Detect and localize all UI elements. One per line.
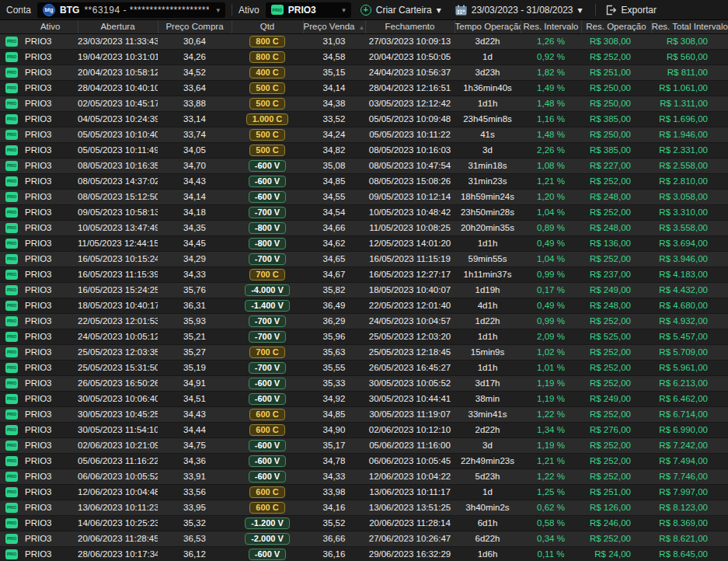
qty-side-badge: -700 V <box>249 331 286 343</box>
cell-preco-compra: 34,43 <box>158 173 232 189</box>
cell-res-operacao: R$ 252,00 <box>581 453 651 469</box>
cell-res-intervalo: 1,49 % <box>521 80 581 96</box>
prio-asset-icon: PRIO <box>5 332 18 342</box>
cell-ativo: PRIO3 <box>23 220 78 235</box>
cell-res-total-intervalo: R$ 3.558,00 <box>651 220 728 235</box>
trade-row[interactable]: PRIO PRIO3 16/05/2023 10:15:24 34,29 -70… <box>0 251 728 267</box>
column-header-qtd[interactable]: Qtd <box>232 20 303 33</box>
trade-row[interactable]: PRIO PRIO3 04/05/2023 10:24:39 33,14 1.0… <box>0 111 728 127</box>
cell-res-operacao: R$ 385,00 <box>581 111 651 127</box>
calendar-icon <box>455 5 467 16</box>
trade-row[interactable]: PRIO PRIO3 28/06/2023 10:17:34 36,12 -60… <box>0 546 728 561</box>
cell-qtd: -700 V <box>232 204 303 220</box>
column-header-res-total-intervalo[interactable]: Res. Total Intervalo <box>651 20 728 33</box>
cell-qtd: 500 C <box>232 142 303 158</box>
trade-row[interactable]: PRIO PRIO3 26/05/2023 16:50:26 34,91 -60… <box>0 375 728 391</box>
cell-abertura: 16/05/2023 15:24:25 <box>78 282 158 298</box>
column-header-abertura[interactable]: Abertura <box>78 20 158 33</box>
trade-row[interactable]: PRIO PRIO3 08/05/2023 14:37:02 34,43 -60… <box>0 173 728 189</box>
trade-row[interactable]: PRIO PRIO3 25/05/2023 15:31:50 35,19 -70… <box>0 360 728 375</box>
exportar-button[interactable]: Exportar <box>605 5 657 16</box>
trade-row[interactable]: PRIO PRIO3 25/05/2023 12:03:35 35,27 700… <box>0 344 728 360</box>
trade-row[interactable]: PRIO PRIO3 23/03/2023 11:33:43 30,64 800… <box>0 33 728 49</box>
cell-preco-venda: 34,78 <box>303 453 365 469</box>
cell-tempo-operacao: 22h49min23s <box>455 453 521 469</box>
criar-carteira-button[interactable]: + Criar Carteira ▾ <box>361 5 441 16</box>
qty-side-badge: 700 C <box>249 347 284 358</box>
qty-side-badge: -600 V <box>249 393 286 405</box>
cell-res-total-intervalo: R$ 1.946,00 <box>651 127 728 142</box>
prio-asset-icon: PRIO <box>5 145 18 155</box>
cell-res-intervalo: 1,20 % <box>521 189 581 204</box>
cell-fechamento: 16/05/2023 11:15:19 <box>365 251 455 267</box>
column-header-fechamento[interactable]: Fechamento <box>365 20 455 33</box>
trade-row[interactable]: PRIO PRIO3 11/05/2023 12:44:15 34,45 -80… <box>0 235 728 251</box>
trade-row[interactable]: PRIO PRIO3 02/05/2023 10:45:17 33,88 500… <box>0 96 728 111</box>
cell-res-total-intervalo: R$ 6.213,00 <box>651 375 728 391</box>
cell-fechamento: 12/06/2023 10:04:22 <box>365 469 455 484</box>
trade-row[interactable]: PRIO PRIO3 02/06/2023 10:21:09 34,75 -60… <box>0 437 728 453</box>
trade-row[interactable]: PRIO PRIO3 06/06/2023 10:05:52 33,91 -60… <box>0 469 728 484</box>
criar-carteira-label: Criar Carteira <box>376 5 432 16</box>
trade-row[interactable]: PRIO PRIO3 22/05/2023 12:01:53 35,93 -70… <box>0 313 728 329</box>
trade-row[interactable]: PRIO PRIO3 09/05/2023 10:58:13 34,18 -70… <box>0 204 728 220</box>
cell-ativo: PRIO3 <box>23 391 78 406</box>
qty-side-badge: -600 V <box>249 160 286 172</box>
qty-side-badge: 800 C <box>249 36 284 47</box>
trade-row[interactable]: PRIO PRIO3 08/05/2023 10:16:35 34,70 -60… <box>0 158 728 173</box>
cell-ativo: PRIO3 <box>23 158 78 173</box>
cell-res-intervalo: 1,48 % <box>521 96 581 111</box>
trade-row[interactable]: PRIO PRIO3 30/05/2023 10:45:25 34,43 600… <box>0 406 728 422</box>
cell-res-operacao: R$ 252,00 <box>581 406 651 422</box>
cell-abertura: 05/05/2023 10:11:49 <box>78 142 158 158</box>
cell-preco-compra: 34,26 <box>158 49 232 64</box>
account-select[interactable]: btg BTG **63194 - **********************… <box>37 2 225 18</box>
trade-row[interactable]: PRIO PRIO3 16/05/2023 11:15:39 34,33 700… <box>0 267 728 282</box>
trade-row[interactable]: PRIO PRIO3 20/04/2023 10:58:12 34,52 400… <box>0 64 728 80</box>
trade-row[interactable]: PRIO PRIO3 30/05/2023 10:06:40 34,51 -60… <box>0 391 728 406</box>
cell-res-total-intervalo: R$ 1.696,00 <box>651 111 728 127</box>
cell-ativo: PRIO3 <box>23 531 78 546</box>
trade-row[interactable]: PRIO PRIO3 10/05/2023 13:47:49 34,35 -80… <box>0 220 728 235</box>
cell-tempo-operacao: 6d1h <box>455 515 521 531</box>
cell-ativo: PRIO3 <box>23 422 78 437</box>
trade-row[interactable]: PRIO PRIO3 28/04/2023 10:40:10 33,64 500… <box>0 80 728 96</box>
qty-side-badge: 400 C <box>249 67 284 78</box>
cell-fechamento: 16/05/2023 12:27:17 <box>365 267 455 282</box>
cell-ativo: PRIO3 <box>23 127 78 142</box>
date-range-picker[interactable]: 23/03/2023 - 31/08/2023 ▾ <box>455 5 583 16</box>
cell-res-total-intervalo: R$ 1.311,00 <box>651 96 728 111</box>
trade-row[interactable]: PRIO PRIO3 08/05/2023 15:12:50 34,14 -60… <box>0 189 728 204</box>
trade-row[interactable]: PRIO PRIO3 24/05/2023 10:05:12 35,21 -70… <box>0 329 728 344</box>
trade-row[interactable]: PRIO PRIO3 14/06/2023 10:25:23 35,32 -1.… <box>0 515 728 531</box>
column-header-res-intervalo[interactable]: Res. Intervalo <box>521 20 581 33</box>
trade-row[interactable]: PRIO PRIO3 18/05/2023 10:40:17 36,31 -1.… <box>0 298 728 313</box>
cell-ativo: PRIO3 <box>23 80 78 96</box>
column-header-ativo[interactable]: Ativo <box>23 20 78 33</box>
asset-select[interactable]: PRIO PRIO3 ▾ <box>266 2 351 18</box>
plus-circle-icon: + <box>361 5 371 16</box>
cell-abertura: 22/05/2023 12:01:53 <box>78 313 158 329</box>
trade-row[interactable]: PRIO PRIO3 05/05/2023 10:10:40 33,74 500… <box>0 127 728 142</box>
column-header-res-operacao[interactable]: Res. Operação <box>581 20 651 33</box>
cell-tempo-operacao: 20h20min35s <box>455 220 521 235</box>
trade-row[interactable]: PRIO PRIO3 30/05/2023 11:54:10 34,44 600… <box>0 422 728 437</box>
cell-res-intervalo: 0,99 % <box>521 313 581 329</box>
prio-asset-icon: PRIO <box>5 534 18 544</box>
trade-row[interactable]: PRIO PRIO3 12/06/2023 10:04:48 33,56 600… <box>0 484 728 500</box>
column-header-preco-venda[interactable]: Preço Venda▲ <box>303 20 365 33</box>
trade-row[interactable]: PRIO PRIO3 19/04/2023 10:31:01 34,26 800… <box>0 49 728 64</box>
trade-row[interactable]: PRIO PRIO3 05/05/2023 10:11:49 34,05 500… <box>0 142 728 158</box>
cell-qtd: 600 C <box>232 406 303 422</box>
cell-qtd: -1.400 V <box>232 298 303 313</box>
trade-row[interactable]: PRIO PRIO3 16/05/2023 15:24:25 35,76 -4.… <box>0 282 728 298</box>
column-header-tempo-operacao[interactable]: Tempo Operação <box>455 20 521 33</box>
trade-row[interactable]: PRIO PRIO3 05/06/2023 11:16:22 34,36 -60… <box>0 453 728 469</box>
trade-row[interactable]: PRIO PRIO3 13/06/2023 10:11:23 33,95 600… <box>0 500 728 515</box>
trade-row[interactable]: PRIO PRIO3 20/06/2023 11:28:45 36,53 -2.… <box>0 531 728 546</box>
cell-fechamento: 22/05/2023 12:01:40 <box>365 298 455 313</box>
qty-side-badge: -600 V <box>249 191 286 203</box>
cell-res-operacao: R$ 250,00 <box>581 96 651 111</box>
column-header-preco-compra[interactable]: Preço Compra <box>158 20 232 33</box>
cell-res-intervalo: 1,04 % <box>521 204 581 220</box>
